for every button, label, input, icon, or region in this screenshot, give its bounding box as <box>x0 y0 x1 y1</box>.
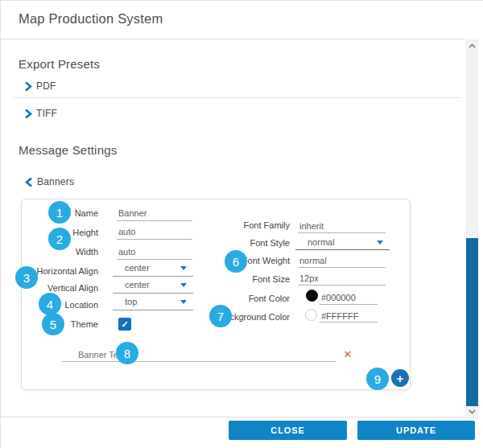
check-icon: ✓ <box>121 320 128 329</box>
close-button[interactable]: CLOSE <box>229 421 347 440</box>
font-color-swatch[interactable] <box>306 290 318 302</box>
font-family-input[interactable] <box>298 219 386 233</box>
message-settings-heading: Message Settings <box>19 143 117 157</box>
step-badge-1: 1 <box>48 201 71 224</box>
banner-text-input[interactable] <box>62 347 336 362</box>
chevron-down-icon <box>469 409 476 414</box>
header-divider <box>1 39 465 39</box>
add-banner-button[interactable]: + <box>391 369 409 387</box>
back-link-label: Banners <box>37 176 74 187</box>
background-color-swatch[interactable] <box>305 309 317 321</box>
theme-checkbox[interactable]: ✓ <box>118 318 131 331</box>
chevron-right-icon <box>24 109 32 119</box>
banners-back-link[interactable]: Banners <box>25 176 74 187</box>
font-color-label: Font Color <box>142 294 290 304</box>
banner-settings-card: Name Height Width Horizontal Align Verti… <box>21 199 411 390</box>
page-title: Map Production System <box>19 11 163 27</box>
font-size-label: Font Size <box>142 274 290 285</box>
remove-banner-button[interactable]: ✕ <box>340 346 356 362</box>
update-button[interactable]: UPDATE <box>357 421 475 440</box>
font-style-label: Font Style <box>142 238 290 249</box>
step-badge-8: 8 <box>116 342 138 364</box>
export-presets-heading: Export Presets <box>19 57 100 71</box>
chevron-right-icon <box>24 81 32 92</box>
font-style-select[interactable]: normal <box>295 235 390 250</box>
chevron-left-icon <box>25 177 33 187</box>
chevron-up-icon <box>469 43 476 48</box>
name-input[interactable] <box>117 206 192 221</box>
background-color-input[interactable] <box>320 310 378 323</box>
step-badge-4: 4 <box>39 293 61 315</box>
preset-item-pdf[interactable]: PDF <box>24 80 56 92</box>
close-x-icon: ✕ <box>344 348 353 360</box>
scrollbar-track[interactable] <box>466 39 478 418</box>
scrollbar-thumb[interactable] <box>466 238 478 406</box>
font-family-label: Font Family <box>142 220 290 231</box>
step-badge-6: 6 <box>225 250 247 273</box>
preset-item-tiff[interactable]: TIFF <box>24 108 57 119</box>
step-badge-3: 3 <box>15 266 38 289</box>
preset-divider <box>13 97 460 98</box>
font-weight-input[interactable] <box>298 253 386 268</box>
font-size-input[interactable] <box>298 271 386 286</box>
footer-divider <box>1 417 465 417</box>
scroll-up-button[interactable] <box>466 40 478 51</box>
step-badge-2: 2 <box>48 228 71 250</box>
step-badge-7: 7 <box>209 305 232 327</box>
map-production-system-dialog: Map Production System Export Presets PDF… <box>0 0 483 448</box>
scroll-down-button[interactable] <box>466 406 478 417</box>
preset-item-label: PDF <box>36 80 56 92</box>
font-color-input[interactable] <box>320 291 378 305</box>
step-badge-5: 5 <box>42 313 64 335</box>
chevron-down-icon <box>377 240 383 245</box>
chevron-down-icon <box>180 266 187 270</box>
plus-icon: + <box>397 372 404 385</box>
preset-item-label: TIFF <box>36 108 57 119</box>
font-weight-label: Font Weight <box>142 256 290 266</box>
step-badge-9: 9 <box>366 368 389 390</box>
